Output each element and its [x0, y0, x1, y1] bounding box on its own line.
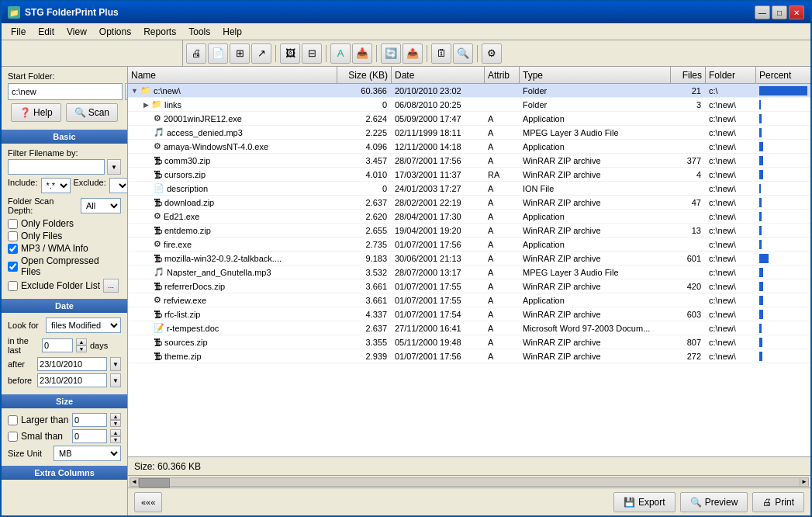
table-row[interactable]: 🗜 sources.zip 3.355 05/11/2000 19:48 A W… — [128, 335, 810, 349]
larger-check[interactable] — [8, 415, 18, 425]
table-row[interactable]: 🗜 comm30.zip 3.457 28/07/2001 17:56 A Wi… — [128, 154, 810, 168]
cell-size: 4.096 — [337, 142, 392, 151]
menu-view[interactable]: View — [60, 25, 93, 39]
before-input[interactable] — [37, 373, 107, 387]
close-button[interactable]: ✕ — [789, 5, 804, 19]
col-size-header[interactable]: Size (KB) — [337, 67, 392, 83]
in-last-input[interactable] — [42, 338, 73, 352]
filter-input[interactable] — [8, 159, 105, 175]
depth-dropdown[interactable]: All — [81, 198, 121, 213]
date-section-header[interactable]: Date — [2, 299, 127, 313]
smaller-check[interactable] — [8, 432, 18, 442]
menu-file[interactable]: File — [5, 25, 32, 39]
extra-columns-header[interactable]: Extra Columns — [2, 466, 127, 480]
unit-dropdown[interactable]: MB KB GB — [54, 446, 121, 461]
maximize-button[interactable]: □ — [772, 5, 787, 19]
print-button[interactable]: 🖨 Print — [752, 492, 804, 512]
start-folder-section: Start Folder: ▼ ❓ Help 🔍 Scan — [2, 67, 127, 130]
folder-input[interactable] — [8, 83, 123, 100]
toolbar-btn-10[interactable]: 📤 — [403, 43, 423, 64]
menu-tools[interactable]: Tools — [182, 25, 216, 39]
toolbar-btn-2[interactable]: 📄 — [208, 43, 228, 64]
scroll-right-btn[interactable]: ► — [800, 477, 809, 487]
size-section-header[interactable]: Size — [2, 394, 127, 408]
toolbar-btn-6[interactable]: ⊟ — [302, 43, 322, 64]
toolbar-btn-4[interactable]: ↗ — [251, 43, 271, 64]
exclude-folder-check[interactable] — [8, 281, 18, 291]
table-row[interactable]: 🎵 access_denied.mp3 2.225 02/11/1999 18:… — [128, 126, 810, 140]
after-cal-btn[interactable]: ▼ — [110, 357, 121, 371]
include-dropdown[interactable]: *.* — [41, 178, 71, 193]
preview-button[interactable]: 🔍 Preview — [680, 492, 748, 512]
larger-spin-down[interactable]: ▼ — [110, 420, 121, 427]
toolbar-btn-12[interactable]: 🔍 — [453, 43, 473, 64]
menu-options[interactable]: Options — [93, 25, 137, 39]
table-row[interactable]: 🗜 mozilla-win32-0.9.2-talkback.... 9.183… — [128, 252, 810, 265]
after-input[interactable] — [37, 357, 107, 371]
help-button[interactable]: ❓ Help — [11, 103, 61, 122]
filter-dropdown[interactable]: ▼ — [107, 159, 121, 175]
scroll-left-btn[interactable]: ◄ — [130, 477, 139, 487]
smaller-input[interactable] — [72, 429, 107, 443]
table-row[interactable]: ⚙ refview.exe 3.661 01/07/2001 17:55 A A… — [128, 293, 810, 307]
table-row[interactable]: 🗜 cursors.zip 4.010 17/03/2001 11:37 RA … — [128, 168, 810, 182]
col-name-header[interactable]: Name — [128, 67, 337, 83]
table-row[interactable]: ⚙ Ed21.exe 2.620 28/04/2001 17:30 A Appl… — [128, 210, 810, 224]
larger-input[interactable] — [72, 413, 107, 427]
toolbar-btn-13[interactable]: ⚙ — [482, 43, 502, 64]
table-row[interactable]: 🗜 theme.zip 2.939 01/07/2001 17:56 A Win… — [128, 349, 810, 363]
toolbar-btn-9[interactable]: 🔄 — [381, 43, 401, 64]
basic-section-header[interactable]: Basic — [2, 130, 127, 144]
table-row[interactable]: 🗜 download.zip 2.637 28/02/2001 22:19 A … — [128, 196, 810, 210]
table-row[interactable]: 🗜 rfc-list.zip 4.337 01/07/2001 17:54 A … — [128, 307, 810, 321]
in-last-spin-down[interactable]: ▼ — [76, 345, 87, 352]
menu-help[interactable]: Help — [216, 25, 248, 39]
mp3-wma-check[interactable] — [8, 244, 18, 254]
menu-reports[interactable]: Reports — [137, 25, 182, 39]
h-scrollbar-track[interactable] — [139, 477, 800, 487]
nav-back-button[interactable]: ««« — [134, 492, 162, 512]
toolbar-btn-8[interactable]: 📥 — [352, 43, 372, 64]
toolbar-btn-11[interactable]: 🗓 — [431, 43, 451, 64]
only-files-check[interactable] — [8, 231, 18, 241]
cell-name: 🗜 cursors.zip — [128, 170, 337, 179]
smaller-spin-down[interactable]: ▼ — [110, 436, 121, 443]
minimize-button[interactable]: — — [755, 5, 770, 19]
h-scrollbar-thumb[interactable] — [139, 478, 170, 488]
only-folders-check[interactable] — [8, 219, 18, 229]
table-row[interactable]: ▶ 📁 links 0 06/08/2010 20:25 Folder 3 c:… — [128, 98, 810, 112]
table-row[interactable]: 📄 description 0 24/01/2003 17:27 A ION F… — [128, 182, 810, 196]
toolbar-btn-3[interactable]: ⊞ — [230, 43, 250, 64]
col-folder-header[interactable]: Folder — [706, 67, 756, 83]
cell-files: 13 — [671, 226, 706, 235]
toolbar-btn-7[interactable]: A — [330, 43, 351, 64]
scan-button[interactable]: 🔍 Scan — [66, 103, 118, 122]
smaller-spin-up[interactable]: ▲ — [110, 429, 121, 436]
table-row[interactable]: 📝 r-tempest.doc 2.637 27/11/2000 16:41 A… — [128, 321, 810, 335]
larger-spin-up[interactable]: ▲ — [110, 413, 121, 420]
open-compressed-check[interactable] — [8, 262, 18, 272]
table-row[interactable]: 🗜 entdemo.zip 2.655 19/04/2001 19:20 A W… — [128, 224, 810, 238]
col-date-header[interactable]: Date — [392, 67, 485, 83]
col-attrib-header[interactable]: Attrib — [485, 67, 520, 83]
before-cal-btn[interactable]: ▼ — [110, 373, 121, 387]
table-row[interactable]: ⚙ amaya-WindowsNT-4.0.exe 4.096 12/11/20… — [128, 140, 810, 154]
exclude-dropdown[interactable] — [109, 178, 128, 193]
col-type-header[interactable]: Type — [520, 67, 671, 83]
toolbar-btn-5[interactable]: 🖼 — [280, 43, 300, 64]
in-last-spin-up[interactable]: ▲ — [76, 338, 87, 345]
cell-type: Application — [520, 240, 671, 249]
file-list[interactable]: ▼ 📁 c:\new\ 60.366 20/10/2010 23:02 Fold… — [128, 84, 810, 456]
toolbar-btn-1[interactable]: 🖨 — [186, 43, 206, 64]
table-row[interactable]: 🎵 Napster_and_Gnutella.mp3 3.532 28/07/2… — [128, 265, 810, 279]
table-row[interactable]: ⚙ fire.exe 2.735 01/07/2001 17:56 A Appl… — [128, 238, 810, 252]
table-row[interactable]: ⚙ 20001winJRE12.exe 2.624 05/09/2000 17:… — [128, 112, 810, 126]
menu-edit[interactable]: Edit — [32, 25, 60, 39]
col-percent-header[interactable]: Percent — [756, 67, 810, 83]
table-row[interactable]: 🗜 referrerDocs.zip 3.661 01/07/2001 17:5… — [128, 279, 810, 293]
col-files-header[interactable]: Files — [671, 67, 706, 83]
look-for-dropdown[interactable]: files Modified files Created files Acces… — [46, 317, 121, 333]
exclude-folder-browse[interactable]: ... — [103, 279, 119, 293]
table-row[interactable]: ▼ 📁 c:\new\ 60.366 20/10/2010 23:02 Fold… — [128, 84, 810, 98]
export-button[interactable]: 💾 Export — [613, 492, 676, 512]
